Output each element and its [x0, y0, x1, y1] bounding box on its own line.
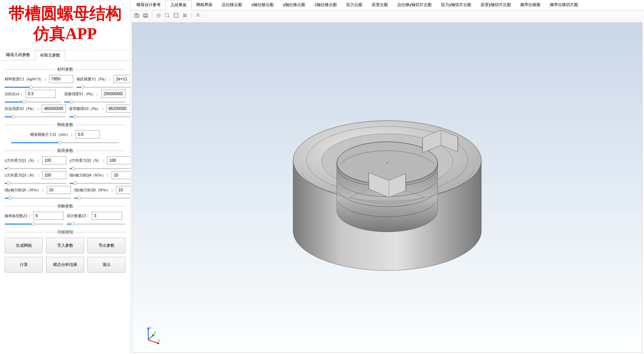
group-header-solve: 求解参数: [5, 203, 125, 209]
label-fz: z方向受力Q3（N）：: [5, 173, 40, 178]
label-my: 绕y轴力矩Q5（N*m）：: [5, 188, 45, 193]
input-modes[interactable]: [33, 212, 64, 220]
viewport-toolbar: [130, 10, 644, 21]
export-params-button[interactable]: 导出参数: [87, 238, 125, 253]
3d-viewport[interactable]: z x y: [132, 22, 643, 353]
generate-mesh-button[interactable]: 生成网格: [5, 238, 43, 253]
input-fz[interactable]: [42, 171, 66, 179]
slider-modes[interactable]: [5, 222, 64, 226]
svg-marker-21: [157, 342, 160, 344]
input-mz[interactable]: [116, 186, 130, 194]
top-tab-geometry[interactable]: 几何界面: [165, 0, 192, 10]
params-panel: 材料参数 材料密度C1（kg/m^3）： 杨氏模量Y1（Pa）：: [0, 61, 130, 354]
slider-mesh-size[interactable]: [11, 141, 119, 145]
compute-button[interactable]: 计算: [5, 257, 43, 273]
import-params-button[interactable]: 导入参数: [46, 238, 84, 253]
print-icon[interactable]: [142, 12, 149, 19]
svg-rect-3: [144, 13, 147, 15]
input-slices[interactable]: [92, 212, 122, 220]
zoom-box-icon[interactable]: [164, 12, 171, 19]
app-title-line1: 带槽圆螺母结构: [0, 3, 130, 24]
input-youngs[interactable]: [114, 75, 130, 83]
top-tab-x-disp[interactable]: x轴位移云图: [247, 0, 278, 10]
svg-rect-4: [143, 15, 148, 17]
label-yield: 屈服强度S1（Pa）：: [64, 91, 99, 96]
input-fy[interactable]: [107, 156, 130, 164]
toolbar-separator: [191, 12, 192, 18]
top-tab-mesh[interactable]: 网格界面: [192, 0, 217, 10]
input-my[interactable]: [47, 186, 71, 194]
label-mesh-size: 螺母网格尺寸J1（mm）：: [30, 132, 74, 137]
slider-fz[interactable]: [5, 181, 66, 185]
slider-slices[interactable]: [67, 222, 125, 226]
input-mx[interactable]: [112, 171, 130, 179]
group-header-material: 材料参数: [5, 67, 125, 72]
input-tensile[interactable]: [42, 105, 66, 113]
tab-fem-params[interactable]: 有限元参数: [35, 50, 65, 61]
svg-point-17: [387, 162, 388, 163]
fit-icon[interactable]: [172, 12, 180, 19]
tab-geometry-params[interactable]: 螺母几何参数: [1, 50, 35, 60]
top-tabs: 螺母设计参考 几何界面 网格界面 总位移云图 x轴位移云图 y轴位移云图 z轴位…: [130, 0, 644, 10]
input-fatigue[interactable]: [106, 105, 130, 113]
app-title: 带槽圆螺母结构 仿真APP: [0, 0, 130, 50]
slider-fatigue[interactable]: [69, 115, 130, 119]
svg-point-2: [136, 15, 138, 17]
label-fy: y方向受力Q2（N）：: [70, 158, 105, 163]
slider-yield[interactable]: [64, 100, 125, 104]
label-density: 材料密度C1（kg/m^3）：: [5, 77, 47, 82]
app-title-line2: 仿真APP: [0, 24, 130, 44]
input-mesh-size[interactable]: [76, 130, 100, 139]
input-fx[interactable]: [42, 156, 66, 164]
right-area: 螺母设计参考 几何界面 网格界面 总位移云图 x轴位移云图 y轴位移云图 z轴位…: [130, 0, 644, 354]
top-tab-design-ref[interactable]: 螺母设计参考: [132, 0, 165, 10]
top-tab-stress-slice[interactable]: 应力y轴切片云图: [436, 0, 476, 10]
label-poisson: 泊松比v1：: [5, 91, 24, 96]
exit-button[interactable]: 退出: [87, 257, 125, 273]
label-slices: 切片数量Z2：: [67, 213, 90, 219]
slider-fx[interactable]: [5, 166, 66, 170]
input-yield[interactable]: [101, 90, 125, 98]
modal-results-button[interactable]: 模态分析结果: [46, 257, 84, 273]
target-icon[interactable]: [155, 12, 162, 19]
slider-poisson[interactable]: [5, 100, 61, 104]
slider-youngs[interactable]: [77, 85, 130, 89]
slider-mz[interactable]: [74, 196, 130, 200]
top-tab-strain-slice[interactable]: 应变y轴切片云图: [476, 0, 516, 10]
top-tab-z-disp[interactable]: z轴位移云图: [310, 0, 341, 10]
label-fx: x方向受力Q1（N）：: [5, 158, 40, 163]
top-tab-disp-slice[interactable]: 总位移y轴切片云图: [393, 0, 436, 10]
left-tab-row: 螺母几何参数 有限元参数: [0, 50, 130, 61]
label-fatigue: 疲劳极限S3（Pa）：: [69, 106, 104, 111]
slider-fy[interactable]: [70, 166, 130, 170]
top-tab-freq-disp[interactable]: 频率位移图: [516, 0, 545, 10]
toolbar-separator: [152, 12, 152, 18]
group-header-load: 载荷参数: [5, 148, 125, 154]
axis-gizmo: z x y: [142, 325, 162, 345]
label-tensile: 抗拉强度S2（Pa）：: [5, 106, 40, 111]
slider-mx[interactable]: [70, 181, 130, 185]
top-tab-strain[interactable]: 应变云图: [367, 0, 393, 10]
group-header-mesh: 网格参数: [5, 122, 125, 128]
svg-marker-19: [147, 327, 149, 329]
rotate-icon[interactable]: [194, 12, 202, 19]
slider-tensile[interactable]: [5, 115, 66, 119]
group-header-actions: 功能按钮: [5, 229, 125, 235]
slider-my[interactable]: [5, 196, 71, 200]
input-density[interactable]: [49, 75, 73, 83]
axis-z-label: z: [150, 326, 151, 329]
reset-zoom-icon[interactable]: [181, 12, 189, 19]
nut-model: [270, 89, 505, 278]
svg-line-20: [148, 340, 158, 343]
action-button-grid: 生成网格 导入参数 导出参数 计算 模态分析结果 退出: [5, 238, 125, 273]
top-tab-stress[interactable]: 应力云图: [341, 0, 367, 10]
svg-point-7: [158, 15, 159, 16]
camera-icon[interactable]: [133, 12, 140, 19]
slider-density[interactable]: [5, 85, 73, 89]
top-tab-y-disp[interactable]: y轴位移云图: [278, 0, 310, 10]
input-poisson[interactable]: [26, 90, 56, 98]
axis-y-label: y: [154, 331, 156, 334]
label-mz: 绕z轴力矩Q6（N*m）：: [74, 188, 114, 193]
top-tab-total-disp[interactable]: 总位移云图: [217, 0, 247, 10]
top-tab-freq-disp-slice[interactable]: 频率位移切片图: [545, 0, 583, 10]
